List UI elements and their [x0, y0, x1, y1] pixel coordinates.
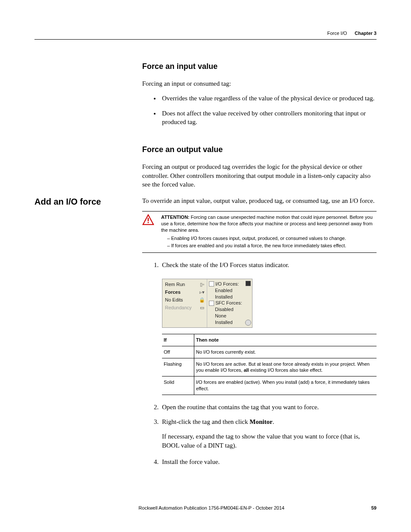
step-3-note: If necessary, expand the tag to show the…	[162, 432, 377, 450]
dropdown-icon: ▹▾	[199, 289, 205, 296]
step-3-bold: Monitor	[249, 418, 272, 425]
header-section: Force I/O	[327, 30, 347, 37]
table-row: Solid I/O forces are enabled (active). W…	[162, 376, 377, 395]
cell-if: Flashing	[162, 358, 194, 376]
si-redundancy: Redundancy	[165, 305, 192, 311]
attention-box: ATTENTION: Forcing can cause unexpected …	[142, 211, 377, 252]
status-cyl-icon	[245, 320, 251, 326]
step-3-pre: Right-click the tag and then click	[162, 418, 249, 425]
attention-lead: ATTENTION:	[161, 215, 190, 220]
bullet-item: Does not affect the value received by ot…	[160, 109, 377, 127]
si-sfc-forces-label: SFC Forces:	[215, 300, 242, 306]
table-row: Off No I/O forces currently exist.	[162, 346, 377, 358]
status-indicator-screenshot: Rem Run▯▫ Forces▹▾ No Edits🔒 Redundancy▭…	[162, 279, 252, 328]
si-io-forces-label: I/O Forces:	[215, 281, 239, 287]
attention-sublist: – Enabling I/O forces causes input, outp…	[167, 235, 377, 249]
bullets-force-input: Overrides the value regardless of the va…	[142, 94, 377, 126]
heading-force-output: Force an output value	[142, 144, 377, 155]
attention-body: Forcing can cause unexpected machine mot…	[161, 215, 373, 233]
lock-icon: 🔒	[199, 297, 205, 303]
si-rem-run: Rem Run	[165, 281, 185, 288]
intro-force-input: Forcing an input or consumed tag:	[142, 79, 377, 88]
footer-page-number: 59	[371, 505, 377, 511]
page-header: Force I/O Chapter 3	[34, 30, 377, 40]
si-installed: Installed	[209, 294, 243, 300]
if-then-table: If Then note Off No I/O forces currently…	[162, 334, 377, 395]
page-footer: Rockwell Automation Publication 1756-PM0…	[34, 505, 377, 511]
si-none-installed: None Installed	[209, 313, 243, 326]
table-header-if: If	[162, 334, 194, 346]
step-2: Open the routine that contains the tag t…	[160, 403, 377, 411]
attention-text: ATTENTION: Forcing can cause unexpected …	[161, 214, 377, 249]
si-forces: Forces	[165, 289, 181, 296]
steps-list-cont: Open the routine that contains the tag t…	[142, 403, 377, 466]
status-square-icon	[246, 281, 251, 286]
bullet-item: Overrides the value regardless of the va…	[160, 94, 377, 103]
si-no-edits: No Edits	[165, 297, 183, 303]
cell-then: No I/O forces are active. But at least o…	[194, 358, 377, 376]
side-heading-add-io-force: Add an I/O force	[34, 196, 142, 472]
step-1-text: Check the state of the I/O Forces status…	[162, 261, 289, 268]
checkbox-icon	[209, 301, 214, 306]
attention-sub-item: – Enabling I/O forces causes input, outp…	[167, 235, 377, 242]
step-4: Install the force value.	[160, 457, 377, 466]
footer-publication: Rockwell Automation Publication 1756-PM0…	[52, 505, 371, 511]
blank-icon: ▭	[199, 305, 205, 311]
si-enabled: Enabled	[209, 287, 243, 294]
para-add-io-force: To override an input value, output value…	[142, 196, 377, 205]
controller-mode-icon: ▯▫	[199, 281, 205, 288]
step-3-post: .	[273, 418, 274, 425]
checkbox-icon	[209, 281, 214, 286]
svg-rect-1	[148, 218, 149, 221]
attention-icon	[142, 214, 158, 249]
attention-sub-item: – If forces are enabled and you install …	[167, 243, 377, 249]
cell-then: No I/O forces currently exist.	[194, 346, 377, 358]
header-chapter: Chapter 3	[355, 30, 377, 37]
step-3: Right-click the tag and then click Monit…	[160, 417, 377, 450]
cell-then: I/O forces are enabled (active). When yo…	[194, 376, 377, 395]
cell-if: Solid	[162, 376, 194, 395]
si-disabled: Disabled	[209, 306, 243, 313]
cell-if: Off	[162, 346, 194, 358]
steps-list: Check the state of the I/O Forces status…	[142, 261, 377, 269]
table-header-then: Then note	[194, 334, 377, 346]
table-row: Flashing No I/O forces are active. But a…	[162, 358, 377, 376]
step-1: Check the state of the I/O Forces status…	[160, 261, 377, 269]
para-force-output: Forcing an output or produced tag overri…	[142, 162, 377, 189]
heading-force-input: Force an input value	[142, 61, 377, 72]
svg-rect-2	[148, 222, 149, 224]
